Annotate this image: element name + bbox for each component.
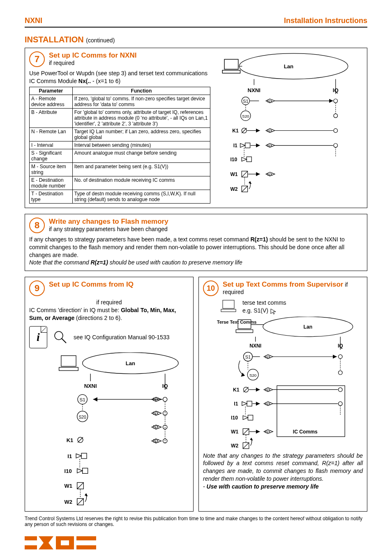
svg-text:S20: S20 — [78, 415, 86, 419]
svg-rect-170 — [25, 536, 37, 540]
svg-text:W2: W2 — [65, 499, 72, 505]
svg-marker-91 — [76, 454, 81, 458]
svg-marker-32 — [240, 144, 245, 148]
table-row: M - Source item stringItem and parameter… — [30, 162, 210, 176]
svg-text:W1: W1 — [65, 483, 72, 489]
table-row: N - Remote LanTarget IQ Lan number; if L… — [30, 127, 210, 141]
disclaimer: Trend Control Systems Ltd reserves the r… — [25, 516, 367, 527]
param-table: Parameter Function A - Remote device add… — [29, 87, 210, 204]
table-row: S - Significant changeAmount analogue mu… — [30, 149, 210, 162]
svg-text:NX: NX — [153, 425, 159, 429]
svg-text:S20: S20 — [242, 114, 249, 118]
table-row: T - Destination typeType of destn module… — [30, 190, 210, 203]
step10-box: 10 Set up Text Comms from Supervisor if … — [198, 277, 367, 512]
svg-marker-70 — [93, 397, 97, 401]
step7-diagram: Lan NXNI IQ S1 NX S20 — [214, 51, 363, 204]
svg-marker-94 — [77, 469, 83, 473]
svg-text:NX: NX — [153, 439, 159, 443]
svg-marker-142 — [242, 402, 247, 406]
svg-text:I10: I10 — [231, 157, 238, 162]
magnifier-icon — [52, 329, 69, 345]
svg-line-58 — [62, 338, 66, 343]
svg-text:Lan: Lan — [303, 324, 312, 330]
svg-text:NX: NX — [153, 411, 159, 416]
svg-text:NX: NX — [267, 128, 273, 133]
svg-text:NX: NX — [265, 354, 271, 359]
svg-point-130 — [338, 371, 342, 375]
svg-text:NX: NX — [265, 430, 271, 434]
svg-point-30 — [334, 129, 338, 133]
svg-text:W2: W2 — [231, 186, 238, 192]
svg-text:I1: I1 — [233, 143, 238, 148]
svg-text:NXNI: NXNI — [249, 343, 261, 349]
svg-text:K1: K1 — [232, 128, 239, 134]
svg-point-39 — [334, 144, 338, 148]
svg-marker-145 — [256, 402, 260, 406]
svg-text:I1: I1 — [67, 453, 72, 459]
step9-title: Set up IC Comms from IQ — [49, 280, 134, 289]
th-function: Function — [72, 87, 210, 95]
step-number-10: 10 — [203, 280, 219, 296]
step9-line: IC Comms 'direction' in IQ must be: Glob… — [29, 306, 189, 322]
svg-point-16 — [334, 99, 338, 103]
svg-point-20 — [334, 114, 338, 118]
step8-p2: Note that the command R(z=1) should be u… — [29, 259, 363, 266]
table-row: B - AttributeFor 'global to' comms only,… — [30, 108, 210, 127]
svg-rect-143 — [247, 401, 252, 406]
step10-note1: Note that any changes to the strategy pa… — [203, 452, 363, 483]
svg-marker-151 — [243, 416, 248, 420]
svg-marker-26 — [256, 129, 260, 133]
step10-note2: - Use with caution to preserve memory li… — [203, 483, 363, 491]
svg-line-157 — [243, 429, 249, 435]
step7-intro: Use PowerTool or Wupdn (see step 3) and … — [29, 70, 210, 85]
step7-title: Set up IC Comms for NXNI — [49, 51, 136, 60]
svg-marker-35 — [256, 144, 260, 148]
svg-rect-59 — [61, 356, 76, 366]
installation-heading: INSTALLATION (continued) — [25, 35, 367, 44]
svg-text:W1: W1 — [231, 429, 238, 435]
svg-marker-41 — [242, 157, 247, 161]
svg-point-73 — [163, 397, 167, 401]
svg-rect-171 — [25, 545, 37, 549]
step10-diagram: Terse Text Comms Lan NXNI IQ S1 NX S20 K… — [203, 317, 363, 452]
step10-l2: e.g. S1(V) — [242, 307, 286, 315]
svg-rect-178 — [76, 545, 96, 549]
svg-text:I10: I10 — [65, 468, 72, 474]
trend-logo — [25, 534, 367, 552]
svg-text:K1: K1 — [233, 387, 240, 393]
svg-text:NX: NX — [265, 402, 271, 406]
svg-text:W2: W2 — [231, 443, 238, 449]
svg-rect-163 — [278, 387, 343, 436]
svg-text:Lan: Lan — [284, 63, 294, 70]
table-row: E - Destination module numberNo. of dest… — [30, 176, 210, 190]
svg-marker-124 — [333, 355, 337, 359]
svg-rect-177 — [76, 536, 96, 540]
cursor-icon — [270, 308, 278, 315]
svg-text:I10: I10 — [231, 415, 238, 421]
step10-l1: terse text comms — [242, 299, 286, 307]
svg-line-102 — [77, 498, 84, 505]
svg-rect-60 — [59, 367, 78, 371]
svg-rect-1 — [222, 70, 240, 73]
svg-marker-136 — [256, 388, 260, 392]
svg-text:S1: S1 — [245, 354, 251, 359]
svg-rect-106 — [221, 309, 236, 312]
step9-box: 9 Set up IC Comms from IQ if required IC… — [25, 277, 194, 512]
computer-icon — [219, 299, 238, 315]
svg-text:NXNI: NXNI — [248, 87, 261, 93]
step9-diagram: Lan NXNI IQ S1 NX NX NX NX S20 K1 I1 I10 — [29, 352, 189, 507]
step8-title: Write any changes to Flash memory — [49, 218, 168, 226]
svg-rect-110 — [236, 330, 253, 333]
svg-text:S1: S1 — [80, 397, 85, 402]
step9-ref: see IQ Configuration Manual 90-1533 — [74, 334, 169, 341]
svg-point-149 — [338, 402, 342, 406]
svg-text:W1: W1 — [231, 171, 238, 177]
step-number-8: 8 — [29, 218, 45, 233]
svg-text:Terse Text Comms: Terse Text Comms — [217, 320, 256, 324]
svg-text:Lan: Lan — [126, 360, 135, 366]
svg-text:NX: NX — [267, 172, 273, 176]
svg-line-99 — [77, 482, 84, 489]
step7-box: 7 Set up IC Comms for NXNI if required U… — [25, 48, 367, 208]
svg-text:NX: NX — [265, 387, 271, 392]
svg-text:NX: NX — [153, 397, 159, 402]
